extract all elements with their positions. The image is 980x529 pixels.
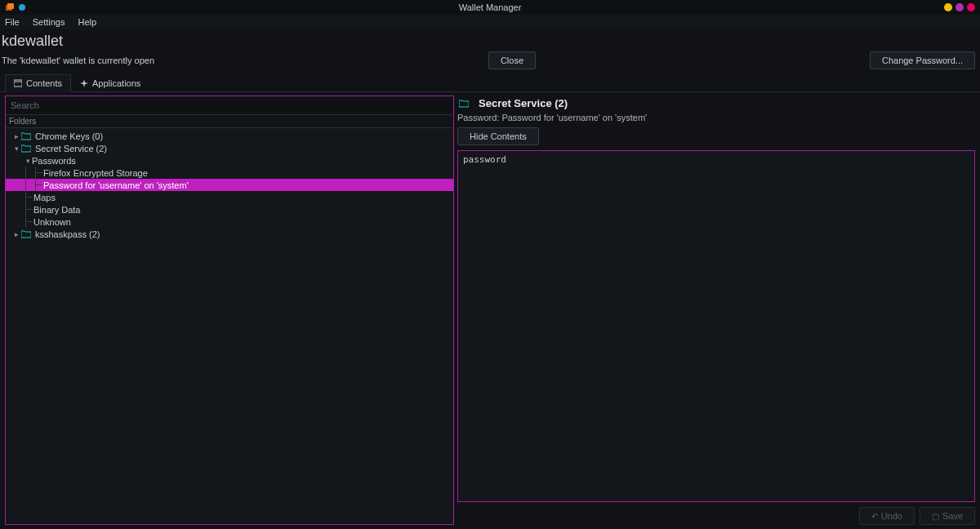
menu-help[interactable]: Help <box>78 17 96 27</box>
wallet-name: kdewallet <box>0 29 980 51</box>
tab-bar: Contents Applications <box>0 74 980 92</box>
right-panel: Secret Service (2) Password: Password fo… <box>457 96 975 525</box>
tree-label: Secret Service (2) <box>35 144 107 153</box>
tree-label: Unknown <box>33 217 71 227</box>
tree-label: Password for 'username' on 'system' <box>43 180 189 190</box>
tree-label: Firefox Encrypted Storage <box>43 168 148 178</box>
menu-file[interactable]: File <box>5 17 20 27</box>
search-input[interactable] <box>6 96 453 114</box>
window-title: Wallet Manager <box>459 2 522 12</box>
minimize-icon[interactable] <box>944 3 952 11</box>
menubar: File Settings Help <box>0 15 980 29</box>
tab-applications[interactable]: Applications <box>71 74 149 91</box>
save-button[interactable]: ▢Save <box>920 507 975 525</box>
tree-item-password-entry[interactable]: Password for 'username' on 'system' <box>6 179 453 191</box>
svg-marker-4 <box>80 79 88 87</box>
hide-contents-button[interactable]: Hide Contents <box>457 127 539 145</box>
folder-open-icon <box>20 144 32 153</box>
tree-item-passwords[interactable]: ▾ Passwords <box>6 154 453 167</box>
main-split: Folders ▸ Chrome Keys (0) ▾ Secret Servi… <box>0 92 980 529</box>
tree-label: Passwords <box>32 156 76 166</box>
undo-button[interactable]: ↶Undo <box>859 507 915 525</box>
contents-icon <box>14 79 22 87</box>
password-value-box[interactable]: password <box>457 150 975 502</box>
save-icon: ▢ <box>932 512 939 521</box>
folder-icon <box>20 229 32 239</box>
app-icon <box>5 2 25 12</box>
maximize-icon[interactable] <box>956 3 964 11</box>
detail-footer: ↶Undo ▢Save <box>457 502 975 525</box>
folder-icon <box>20 131 32 141</box>
applications-icon <box>80 79 88 87</box>
titlebar: Wallet Manager <box>0 0 980 15</box>
status-row: The 'kdewallet' wallet is currently open… <box>0 51 980 74</box>
tree-item-ksshaskpass[interactable]: ▸ ksshaskpass (2) <box>6 228 453 240</box>
tree-item-chrome-keys[interactable]: ▸ Chrome Keys (0) <box>6 130 453 142</box>
chevron-down-icon[interactable]: ▾ <box>24 157 32 165</box>
close-button[interactable]: Close <box>488 51 536 69</box>
tree-item-secret-service[interactable]: ▾ Secret Service (2) <box>6 142 453 154</box>
chevron-right-icon[interactable]: ▸ <box>12 132 20 140</box>
tab-contents-label: Contents <box>26 78 62 88</box>
svg-rect-1 <box>7 3 14 9</box>
chevron-down-icon[interactable]: ▾ <box>12 144 20 153</box>
menu-settings[interactable]: Settings <box>33 17 65 27</box>
folders-header: Folders <box>6 114 453 128</box>
chevron-right-icon[interactable]: ▸ <box>12 230 20 238</box>
tree-item-firefox-storage[interactable]: Firefox Encrypted Storage <box>6 167 453 179</box>
wallet-status-text: The 'kdewallet' wallet is currently open <box>2 56 154 65</box>
tree-item-unknown[interactable]: Unknown <box>6 216 453 228</box>
window-controls <box>944 3 975 11</box>
close-icon[interactable] <box>967 3 975 11</box>
detail-sublabel: Password: Password for 'username' on 'sy… <box>457 111 975 127</box>
detail-header: Secret Service (2) <box>457 96 975 111</box>
folder-open-icon <box>457 98 470 109</box>
tab-contents[interactable]: Contents <box>5 74 71 92</box>
tree-label: Chrome Keys (0) <box>35 131 103 141</box>
tree-label: ksshaskpass (2) <box>35 229 100 239</box>
tree-item-binary-data[interactable]: Binary Data <box>6 203 453 216</box>
search-field[interactable] <box>6 96 453 114</box>
tree-item-maps[interactable]: Maps <box>6 191 453 203</box>
password-value: password <box>463 154 506 165</box>
tree-label: Binary Data <box>33 205 80 215</box>
tree-label: Maps <box>33 193 56 202</box>
detail-header-text: Secret Service (2) <box>479 97 568 109</box>
tab-applications-label: Applications <box>92 78 140 88</box>
undo-icon: ↶ <box>871 512 878 521</box>
left-panel: Folders ▸ Chrome Keys (0) ▾ Secret Servi… <box>5 96 454 525</box>
svg-rect-2 <box>14 80 22 87</box>
change-password-button[interactable]: Change Password... <box>870 51 975 69</box>
folder-tree[interactable]: ▸ Chrome Keys (0) ▾ Secret Service (2) ▾… <box>6 128 453 524</box>
